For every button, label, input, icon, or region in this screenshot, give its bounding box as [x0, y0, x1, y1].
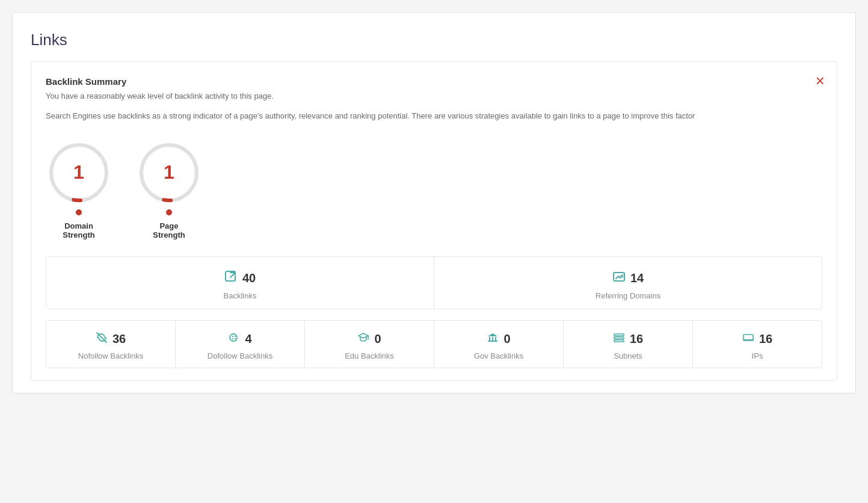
main-stats-row: 40 Backlinks 14 Referring Domains	[46, 256, 822, 309]
referring-domains-stat: 14 Referring Domains	[434, 257, 822, 309]
page-container: Links × Backlink Summary You have a reas…	[12, 12, 856, 393]
backlinks-value-row: 40	[224, 270, 256, 286]
dofollow-stat: 4 Dofollow Backlinks	[176, 321, 305, 368]
svg-rect-13	[614, 337, 624, 339]
svg-rect-9	[489, 337, 490, 341]
card-subtitle: You have a reasonably weak level of back…	[46, 91, 822, 100]
svg-rect-10	[492, 337, 493, 341]
gauges-row: 1 DomainStrength 1 PageStrength	[46, 140, 822, 239]
gov-stat: 0 Gov Backlinks	[434, 321, 564, 368]
gov-number: 0	[503, 332, 510, 346]
referring-domains-number: 14	[630, 271, 644, 285]
domain-strength-label: DomainStrength	[63, 221, 94, 239]
referring-domains-icon	[612, 270, 626, 286]
page-strength-value: 1	[164, 161, 174, 184]
svg-rect-14	[614, 340, 624, 342]
subnets-number: 16	[630, 332, 643, 346]
gov-icon	[487, 332, 499, 347]
subnets-icon	[613, 332, 625, 347]
edu-number: 0	[374, 332, 381, 346]
backlinks-icon	[224, 270, 238, 286]
nofollow-number: 36	[112, 332, 126, 346]
edu-icon	[357, 332, 369, 347]
dofollow-icon	[228, 332, 240, 347]
page-title: Links	[31, 31, 837, 49]
page-strength-gauge: 1 PageStrength	[136, 140, 202, 239]
domain-strength-dot	[76, 209, 82, 215]
domain-strength-circle: 1	[46, 140, 112, 206]
svg-rect-8	[488, 341, 497, 342]
nofollow-stat: 36 Nofollow Backlinks	[46, 321, 176, 368]
close-button[interactable]: ×	[816, 73, 825, 88]
page-strength-label: PageStrength	[153, 221, 185, 239]
backlink-summary-card: × Backlink Summary You have a reasonably…	[31, 61, 837, 381]
nofollow-icon	[96, 332, 108, 347]
svg-rect-16	[743, 339, 754, 341]
domain-strength-value: 1	[73, 161, 84, 184]
page-strength-dot	[166, 209, 172, 215]
subnets-label: Subnets	[614, 351, 642, 360]
dofollow-number: 4	[245, 332, 251, 346]
ips-label: IPs	[752, 351, 763, 360]
svg-rect-12	[614, 334, 624, 336]
edu-label: Edu Backlinks	[345, 351, 394, 360]
ips-icon	[742, 332, 754, 347]
referring-domains-value-row: 14	[612, 270, 644, 286]
backlinks-number: 40	[242, 271, 256, 285]
nofollow-label: Nofollow Backlinks	[78, 351, 143, 360]
dofollow-label: Dofollow Backlinks	[208, 351, 272, 360]
bottom-stats-row: 36 Nofollow Backlinks 4 Dofollow Backlin…	[46, 320, 822, 368]
ips-stat: 16 IPs	[693, 321, 822, 368]
backlinks-stat: 40 Backlinks	[46, 257, 434, 309]
domain-strength-gauge: 1 DomainStrength	[46, 140, 112, 239]
page-strength-circle: 1	[136, 140, 202, 206]
edu-stat: 0 Edu Backlinks	[305, 321, 434, 368]
gov-label: Gov Backlinks	[474, 351, 523, 360]
backlinks-label: Backlinks	[224, 291, 257, 300]
card-description: Search Engines use backlinks as a strong…	[46, 110, 822, 123]
card-header: Backlink Summary	[46, 76, 822, 87]
ips-number: 16	[759, 332, 772, 346]
referring-domains-label: Referring Domains	[596, 291, 660, 300]
subnets-stat: 16 Subnets	[564, 321, 693, 368]
svg-rect-11	[495, 337, 496, 341]
